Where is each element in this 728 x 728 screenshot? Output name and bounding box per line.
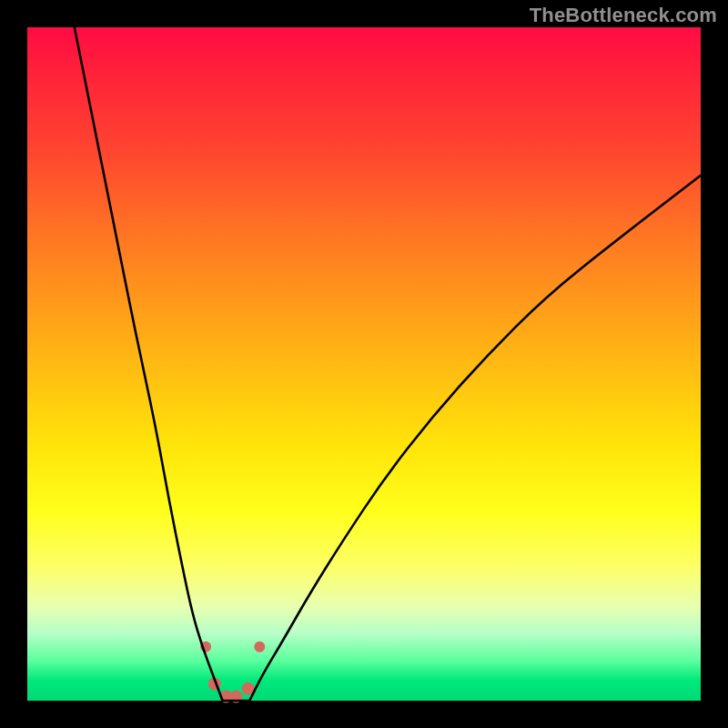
valley-markers — [200, 642, 265, 703]
watermark-text: TheBottleneck.com — [530, 4, 717, 27]
plot-area — [27, 27, 701, 701]
valley-marker — [254, 642, 265, 652]
chart-frame: TheBottleneck.com — [0, 0, 728, 728]
curve-right-branch — [249, 176, 701, 701]
chart-svg — [27, 27, 701, 701]
curve-left-branch — [75, 27, 223, 701]
